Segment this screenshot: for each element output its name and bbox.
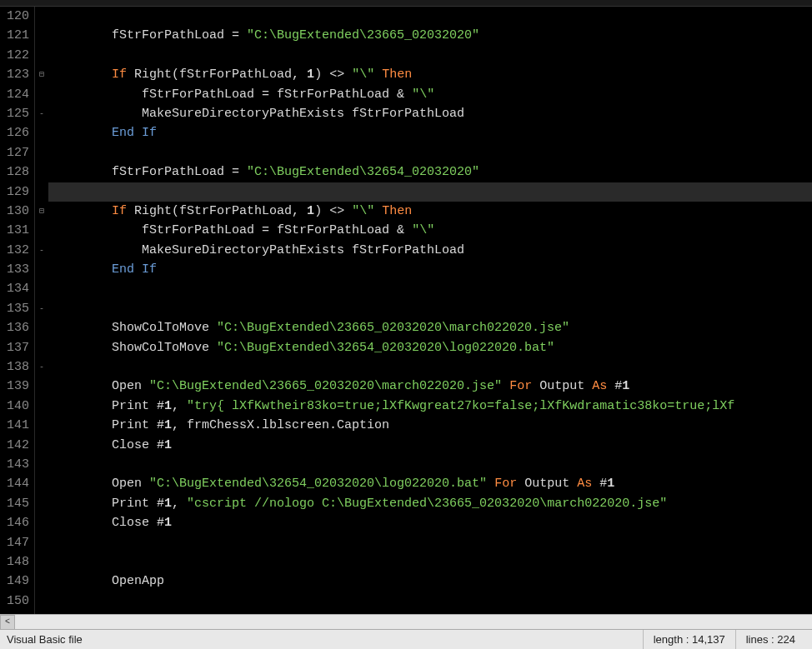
scroll-left-button[interactable]: <: [0, 615, 15, 630]
fold-marker: [35, 46, 48, 65]
fold-marker[interactable]: ⊟: [35, 65, 48, 84]
line-number: 133: [2, 260, 29, 279]
code-line[interactable]: [48, 299, 812, 318]
fold-marker: [35, 474, 48, 493]
code-line[interactable]: ShowColToMove "C:\BugExtended\23665_0203…: [48, 318, 812, 337]
horizontal-scrollbar[interactable]: <: [0, 614, 812, 629]
fold-marker: [35, 572, 48, 591]
fold-marker[interactable]: -: [35, 241, 48, 260]
line-number: 150: [2, 592, 29, 611]
line-number: 134: [2, 279, 29, 298]
line-number-gutter[interactable]: 1201211221231241251261271281291301311321…: [0, 7, 35, 614]
code-line[interactable]: Print #1, frmChessX.lblscreen.Caption: [48, 416, 812, 435]
code-line[interactable]: [48, 357, 812, 377]
scroll-track[interactable]: [15, 615, 812, 630]
line-number: 139: [2, 377, 29, 396]
fold-marker: [35, 143, 48, 162]
code-line[interactable]: ShowColToMove "C:\BugExtended\32654_0203…: [48, 338, 812, 357]
line-number: 149: [2, 572, 29, 591]
fold-column[interactable]: ⊟-⊟---: [35, 7, 48, 614]
fold-marker: [35, 85, 48, 104]
fold-marker: [35, 162, 48, 182]
line-number: 126: [2, 123, 29, 142]
code-line[interactable]: OpenApp: [48, 572, 812, 591]
editor-area: 1201211221231241251261271281291301311321…: [0, 7, 812, 614]
code-line[interactable]: fStrForPathLoad = "C:\BugExtended\23665_…: [48, 26, 812, 45]
fold-marker[interactable]: -: [35, 104, 48, 123]
line-number: 137: [2, 338, 29, 357]
code-line[interactable]: fStrForPathLoad = fStrForPathLoad & "\": [48, 221, 812, 240]
code-line[interactable]: [48, 279, 812, 298]
fold-marker: [35, 592, 48, 611]
code-line[interactable]: Print #1, "try{ lXfKwtheir83ko=true;lXfK…: [48, 397, 812, 416]
code-line[interactable]: fStrForPathLoad = fStrForPathLoad & "\": [48, 85, 812, 104]
fold-marker[interactable]: ⊟: [35, 202, 48, 221]
fold-marker: [35, 123, 48, 142]
code-line[interactable]: [48, 533, 812, 552]
line-number: 127: [2, 143, 29, 162]
status-bar: Visual Basic file length : 14,137 lines …: [0, 629, 812, 649]
code-line[interactable]: [48, 143, 812, 162]
line-number: 143: [2, 455, 29, 474]
fold-marker: [35, 455, 48, 474]
code-line[interactable]: If Right(fStrForPathLoad, 1) <> "\" Then: [48, 202, 812, 221]
code-line[interactable]: Close #1: [48, 513, 812, 532]
fold-marker: [35, 221, 48, 240]
line-number: 122: [2, 46, 29, 65]
line-number: 138: [2, 357, 29, 377]
line-number: 145: [2, 494, 29, 513]
code-line[interactable]: End If: [48, 260, 812, 279]
line-number: 148: [2, 552, 29, 572]
line-number: 120: [2, 7, 29, 26]
fold-marker: [35, 7, 48, 26]
line-number: 125: [2, 104, 29, 123]
code-line[interactable]: MakeSureDirectoryPathExists fStrForPathL…: [48, 241, 812, 260]
code-line[interactable]: Close #1: [48, 436, 812, 455]
code-line[interactable]: [48, 592, 812, 611]
line-number: 132: [2, 241, 29, 260]
line-number: 123: [2, 65, 29, 84]
code-line[interactable]: [48, 552, 812, 572]
line-number: 136: [2, 318, 29, 337]
line-number: 144: [2, 474, 29, 493]
code-line[interactable]: Print #1, "cscript //nologo C:\BugExtend…: [48, 494, 812, 513]
code-line[interactable]: [48, 7, 812, 26]
fold-marker: [35, 182, 48, 202]
line-number: 121: [2, 26, 29, 45]
line-number: 142: [2, 436, 29, 455]
line-number: 135: [2, 299, 29, 318]
fold-marker: [35, 260, 48, 279]
status-length: length : 14,137: [643, 630, 735, 649]
line-number: 131: [2, 221, 29, 240]
fold-marker: [35, 26, 48, 45]
code-line[interactable]: If Right(fStrForPathLoad, 1) <> "\" Then: [48, 65, 812, 84]
fold-marker: [35, 338, 48, 357]
line-number: 141: [2, 416, 29, 435]
code-line[interactable]: Open "C:\BugExtended\32654_02032020\log0…: [48, 474, 812, 493]
line-number: 140: [2, 397, 29, 416]
line-number: 128: [2, 162, 29, 182]
fold-marker[interactable]: -: [35, 299, 48, 318]
line-number: 146: [2, 513, 29, 532]
code-line[interactable]: MakeSureDirectoryPathExists fStrForPathL…: [48, 104, 812, 123]
fold-marker[interactable]: -: [35, 357, 48, 377]
fold-marker: [35, 318, 48, 337]
code-line[interactable]: Open "C:\BugExtended\23665_02032020\marc…: [48, 377, 812, 396]
line-number: 130: [2, 202, 29, 221]
code-area[interactable]: fStrForPathLoad = "C:\BugExtended\23665_…: [48, 7, 812, 614]
code-line[interactable]: End If: [48, 123, 812, 142]
code-line[interactable]: fStrForPathLoad = "C:\BugExtended\32654_…: [48, 162, 812, 182]
fold-marker: [35, 416, 48, 435]
fold-marker: [35, 552, 48, 572]
line-number: 124: [2, 85, 29, 104]
fold-marker: [35, 436, 48, 455]
fold-marker: [35, 513, 48, 532]
fold-marker: [35, 533, 48, 552]
status-filetype: Visual Basic file: [7, 630, 93, 649]
fold-marker: [35, 397, 48, 416]
tab-bar[interactable]: [0, 0, 812, 7]
line-number: 147: [2, 533, 29, 552]
code-line[interactable]: [48, 46, 812, 65]
code-line[interactable]: [48, 455, 812, 474]
code-line[interactable]: [48, 182, 812, 202]
